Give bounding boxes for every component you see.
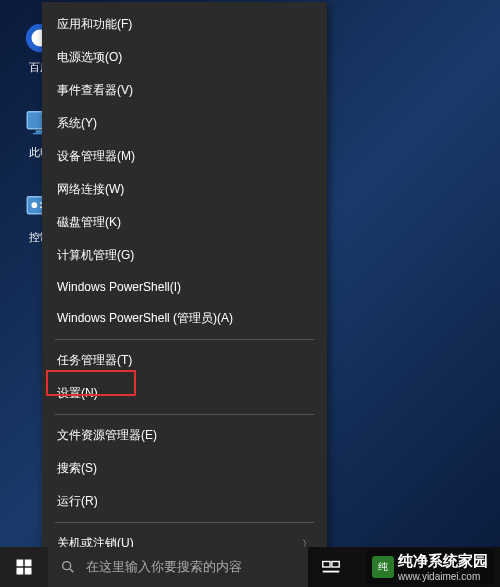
- svg-rect-11: [17, 568, 24, 575]
- menu-item-label: 设置(N): [57, 385, 98, 402]
- menu-item-disk-management[interactable]: 磁盘管理(K): [43, 206, 326, 239]
- menu-item-event-viewer[interactable]: 事件查看器(V): [43, 74, 326, 107]
- menu-item-label: Windows PowerShell (管理员)(A): [57, 310, 233, 327]
- menu-item-label: 事件查看器(V): [57, 82, 133, 99]
- winx-context-menu: 应用和功能(F) 电源选项(O) 事件查看器(V) 系统(Y) 设备管理器(M)…: [42, 2, 327, 587]
- watermark: 纯 纯净系统家园 www.yidaimei.com: [366, 549, 494, 585]
- menu-separator: [55, 339, 314, 340]
- menu-item-label: 计算机管理(G): [57, 247, 134, 264]
- menu-item-label: 电源选项(O): [57, 49, 122, 66]
- menu-separator: [55, 414, 314, 415]
- menu-item-label: 运行(R): [57, 493, 98, 510]
- start-button[interactable]: [0, 547, 48, 587]
- menu-item-task-manager[interactable]: 任务管理器(T): [43, 344, 326, 377]
- svg-line-14: [70, 569, 73, 572]
- watermark-title: 纯净系统家园: [398, 552, 488, 571]
- search-placeholder: 在这里输入你要搜索的内容: [86, 558, 242, 576]
- taskbar-pinned-area: [308, 547, 354, 587]
- menu-item-system[interactable]: 系统(Y): [43, 107, 326, 140]
- watermark-url: www.yidaimei.com: [398, 571, 488, 582]
- menu-item-search[interactable]: 搜索(S): [43, 452, 326, 485]
- menu-item-label: 系统(Y): [57, 115, 97, 132]
- menu-item-label: 网络连接(W): [57, 181, 124, 198]
- menu-item-label: 文件资源管理器(E): [57, 427, 157, 444]
- menu-item-label: 应用和功能(F): [57, 16, 132, 33]
- menu-separator: [55, 522, 314, 523]
- menu-item-device-manager[interactable]: 设备管理器(M): [43, 140, 326, 173]
- menu-item-powershell[interactable]: Windows PowerShell(I): [43, 272, 326, 302]
- desktop: 百度 此电 控制 应用和功能(F) 电源选项(O) 事件查看器(V) 系统(Y)…: [0, 0, 500, 587]
- svg-rect-12: [25, 568, 32, 575]
- menu-item-settings[interactable]: 设置(N): [43, 377, 326, 410]
- menu-item-apps-features[interactable]: 应用和功能(F): [43, 8, 326, 41]
- watermark-text: 纯净系统家园 www.yidaimei.com: [398, 552, 488, 582]
- svg-rect-10: [25, 560, 32, 567]
- menu-item-run[interactable]: 运行(R): [43, 485, 326, 518]
- menu-item-power-options[interactable]: 电源选项(O): [43, 41, 326, 74]
- menu-item-computer-management[interactable]: 计算机管理(G): [43, 239, 326, 272]
- svg-point-13: [63, 562, 71, 570]
- search-icon: [60, 559, 76, 575]
- taskbar-task-view[interactable]: [308, 547, 354, 587]
- task-view-icon: [320, 556, 342, 578]
- watermark-logo-icon: 纯: [372, 556, 394, 578]
- svg-point-6: [32, 202, 38, 208]
- menu-item-label: 搜索(S): [57, 460, 97, 477]
- menu-item-label: 任务管理器(T): [57, 352, 132, 369]
- menu-item-powershell-admin[interactable]: Windows PowerShell (管理员)(A): [43, 302, 326, 335]
- taskbar-search[interactable]: 在这里输入你要搜索的内容: [48, 547, 308, 587]
- menu-item-label: 设备管理器(M): [57, 148, 135, 165]
- svg-rect-17: [323, 571, 340, 573]
- windows-logo-icon: [15, 558, 33, 576]
- menu-item-file-explorer[interactable]: 文件资源管理器(E): [43, 419, 326, 452]
- svg-rect-9: [17, 560, 24, 567]
- menu-item-label: 磁盘管理(K): [57, 214, 121, 231]
- menu-item-label: Windows PowerShell(I): [57, 280, 181, 294]
- menu-item-network-connections[interactable]: 网络连接(W): [43, 173, 326, 206]
- svg-rect-16: [332, 562, 339, 568]
- svg-rect-15: [323, 562, 330, 568]
